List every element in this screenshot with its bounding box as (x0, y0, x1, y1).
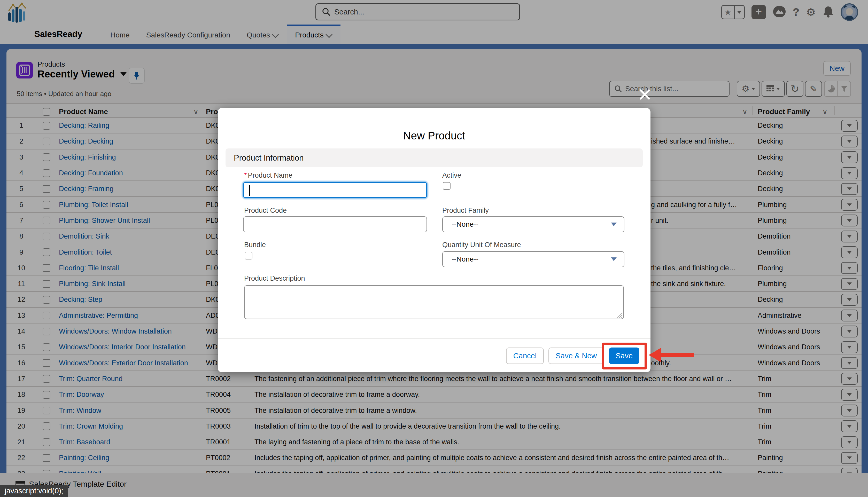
section-product-information: Product Information (225, 148, 643, 167)
active-label: Active (442, 171, 461, 180)
select-dropdown-icon (611, 223, 617, 226)
new-product-modal: New Product Product Information *Product… (218, 108, 650, 372)
product-name-input[interactable] (243, 182, 427, 198)
product-name-label: *Product Name (244, 171, 292, 180)
product-family-select[interactable]: --None-- (442, 216, 625, 232)
product-code-input[interactable] (243, 216, 427, 232)
product-family-value: --None-- (451, 220, 478, 228)
product-code-label: Product Code (244, 207, 287, 215)
qty-uom-label: Quantity Unit Of Measure (442, 241, 521, 249)
annotation-highlight-rect (602, 343, 647, 369)
product-family-label: Product Family (442, 207, 489, 215)
product-description-label: Product Description (244, 274, 305, 282)
bundle-label: Bundle (244, 241, 266, 249)
select-dropdown-icon (611, 257, 617, 261)
annotation-arrow (649, 347, 695, 363)
modal-title: New Product (218, 130, 650, 142)
qty-uom-select[interactable]: --None-- (442, 251, 625, 267)
qty-uom-value: --None-- (451, 255, 478, 263)
active-checkbox[interactable] (443, 182, 450, 190)
modal-close-icon[interactable] (640, 89, 650, 100)
save-and-new-button[interactable]: Save & New (548, 347, 604, 364)
text-caret (249, 185, 250, 196)
bundle-checkbox[interactable] (244, 252, 252, 259)
modal-footer-divider (218, 338, 650, 339)
product-description-textarea[interactable] (244, 285, 624, 319)
cancel-button[interactable]: Cancel (506, 347, 544, 364)
browser-status-tooltip: javascript:void(0); (0, 485, 68, 497)
